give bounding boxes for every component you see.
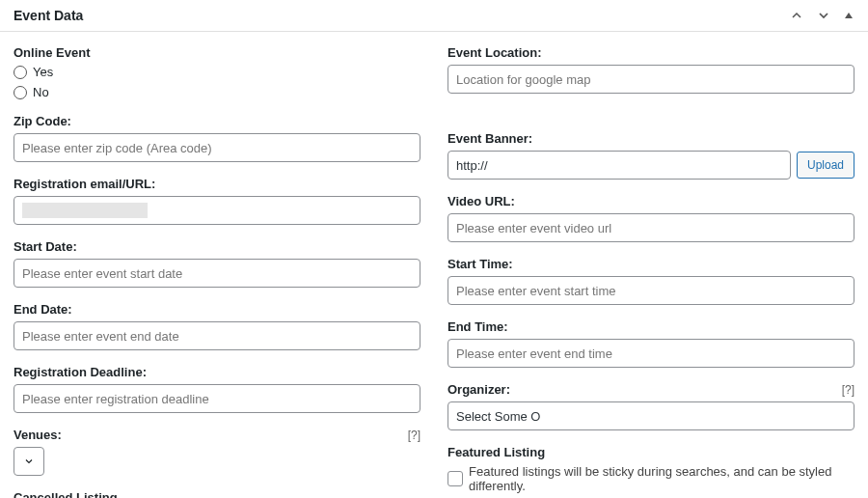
venues-group: Venues: [?] xyxy=(14,428,420,476)
registration-email-label: Registration email/URL: xyxy=(14,177,420,191)
collapse-icon[interactable] xyxy=(843,10,854,21)
end-time-label: End Time: xyxy=(448,319,854,334)
right-column: Event Location: Event Banner: Upload Vid… xyxy=(448,45,854,498)
header-actions xyxy=(789,8,854,23)
venues-dropdown[interactable] xyxy=(14,447,44,476)
radio-input-no[interactable] xyxy=(14,86,27,99)
venues-help-icon[interactable]: [?] xyxy=(408,429,420,442)
end-date-label: End Date: xyxy=(14,302,420,317)
radio-input-yes[interactable] xyxy=(14,66,27,79)
end-date-input[interactable] xyxy=(14,321,420,350)
online-event-radios: Yes No xyxy=(14,65,420,99)
event-banner-input[interactable] xyxy=(448,151,791,180)
event-location-input[interactable] xyxy=(448,65,854,94)
featured-listing-desc: Featured listings will be sticky during … xyxy=(469,464,854,493)
organizer-group: Organizer: [?] Select Some O xyxy=(448,382,854,430)
organizer-select[interactable]: Select Some O xyxy=(448,401,854,430)
chevron-down-icon[interactable] xyxy=(816,8,831,23)
video-url-label: Video URL: xyxy=(448,194,854,208)
featured-listing-group: Featured Listing Featured listings will … xyxy=(448,445,854,493)
event-location-label: Event Location: xyxy=(448,45,854,60)
form-body: Online Event Yes No Zip Code: Registrati… xyxy=(0,32,868,498)
registration-email-group: Registration email/URL: xyxy=(14,177,420,225)
start-time-group: Start Time: xyxy=(448,257,854,305)
online-event-no[interactable]: No xyxy=(14,85,420,99)
video-url-input[interactable] xyxy=(448,213,854,242)
panel-header: Event Data xyxy=(0,0,868,32)
start-time-label: Start Time: xyxy=(448,257,854,271)
start-date-group: Start Date: xyxy=(14,239,420,288)
upload-button[interactable]: Upload xyxy=(797,152,854,179)
registration-deadline-group: Registration Deadline: xyxy=(14,365,420,413)
zip-code-label: Zip Code: xyxy=(14,114,420,128)
zip-code-group: Zip Code: xyxy=(14,114,420,162)
featured-listing-checkbox-row[interactable]: Featured listings will be sticky during … xyxy=(448,464,854,493)
featured-listing-label: Featured Listing xyxy=(448,445,854,459)
online-event-yes[interactable]: Yes xyxy=(14,65,420,79)
online-event-label: Online Event xyxy=(14,45,420,60)
video-url-group: Video URL: xyxy=(448,194,854,242)
chevron-down-icon xyxy=(23,456,35,467)
start-date-input[interactable] xyxy=(14,259,420,288)
start-date-label: Start Date: xyxy=(14,239,420,254)
event-banner-row: Upload xyxy=(448,151,854,180)
event-banner-label: Event Banner: xyxy=(448,131,854,146)
end-time-input[interactable] xyxy=(448,339,854,368)
registration-deadline-input[interactable] xyxy=(14,384,420,413)
radio-label-no: No xyxy=(33,85,49,99)
event-location-group: Event Location: xyxy=(448,45,854,94)
radio-label-yes: Yes xyxy=(33,65,53,79)
organizer-help-icon[interactable]: [?] xyxy=(842,383,854,397)
end-date-group: End Date: xyxy=(14,302,420,350)
organizer-label: Organizer: xyxy=(448,382,510,397)
chevron-up-icon[interactable] xyxy=(789,8,804,23)
registration-email-input[interactable] xyxy=(14,196,420,225)
svg-marker-0 xyxy=(845,13,853,18)
panel-title: Event Data xyxy=(14,8,83,23)
end-time-group: End Time: xyxy=(448,319,854,368)
registration-deadline-label: Registration Deadline: xyxy=(14,365,420,379)
cancelled-listing-label: Cancelled Listing xyxy=(14,490,420,498)
cancelled-listing-group: Cancelled Listing Cancelled listings wil… xyxy=(14,490,420,498)
zip-code-input[interactable] xyxy=(14,133,420,162)
event-banner-group: Event Banner: Upload xyxy=(448,131,854,180)
online-event-group: Online Event Yes No xyxy=(14,45,420,99)
featured-listing-checkbox[interactable] xyxy=(448,471,463,486)
left-column: Online Event Yes No Zip Code: Registrati… xyxy=(14,45,420,498)
venues-label: Venues: xyxy=(14,428,62,442)
start-time-input[interactable] xyxy=(448,276,854,305)
